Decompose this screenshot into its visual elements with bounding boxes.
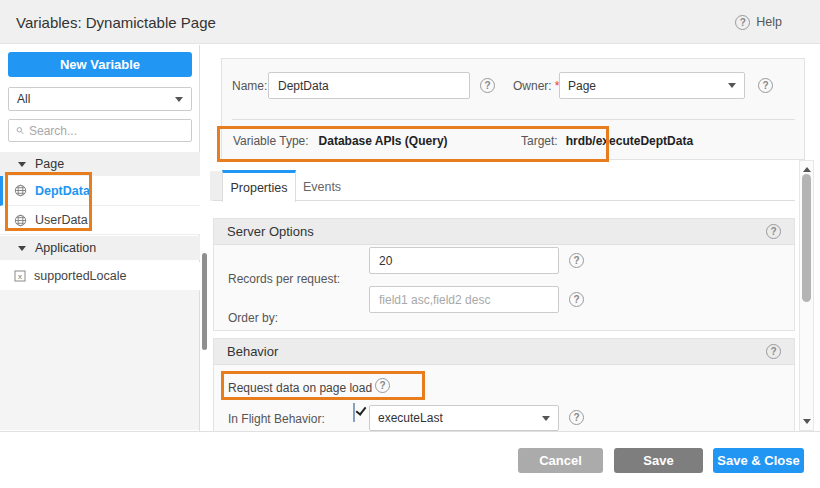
search-input[interactable] [29, 124, 184, 138]
owner-label: Owner: [513, 79, 552, 93]
page-title: Variables: Dynamictable Page [16, 0, 216, 44]
variable-type-value: Database APIs (Query) [319, 134, 448, 148]
owner-help-icon[interactable] [758, 78, 773, 93]
collapse-arrow-icon [18, 162, 26, 167]
records-per-request-input[interactable] [369, 247, 559, 274]
order-by-label: Order by: [228, 311, 278, 325]
sidebar-item-label: DeptData [35, 184, 90, 198]
tree-group-label: Application [35, 241, 96, 255]
behavior-help-icon[interactable] [766, 344, 781, 359]
variables-dialog: Variables: Dynamictable Page Help New Va… [0, 0, 820, 488]
records-per-request-label: Records per request: [228, 272, 340, 286]
tab-properties[interactable]: Properties [222, 170, 296, 202]
properties-scrollbar [799, 160, 814, 431]
sidebar-item-label: UserData [35, 213, 88, 227]
order-by-input[interactable] [369, 286, 559, 313]
save-button[interactable]: Save [614, 448, 703, 473]
caret-down-icon [542, 416, 550, 421]
service-variable-icon [14, 184, 27, 197]
target-row: Target: hrdb/executeDeptData [521, 131, 693, 151]
server-options-header: Server Options [214, 219, 794, 245]
scroll-up-icon[interactable] [803, 167, 811, 172]
model-variable-icon: x [14, 270, 26, 282]
server-options-section: Server Options Records per request: Orde… [213, 218, 795, 331]
owner-select-value: Page [568, 79, 596, 93]
in-flight-select[interactable]: executeLast [369, 405, 559, 431]
sidebar-item-label: supportedLocale [34, 269, 126, 283]
help-label: Help [756, 15, 782, 29]
footer-divider [0, 431, 820, 432]
owner-select[interactable]: Page [559, 72, 745, 99]
in-flight-label: In Flight Behavior: [228, 412, 325, 426]
tree-group-page[interactable]: Page [0, 152, 200, 176]
caret-down-icon [175, 97, 183, 102]
sidebar-item-deptdata[interactable]: DeptData [0, 176, 200, 206]
server-options-help-icon[interactable] [766, 224, 781, 239]
variables-sidebar: New Variable All Page DeptData [0, 45, 200, 431]
variable-type-label: Variable Type: [233, 134, 309, 148]
help-question-icon [735, 15, 750, 30]
server-options-title: Server Options [227, 224, 314, 239]
name-input[interactable] [268, 72, 470, 99]
target-value: hrdb/executeDeptData [566, 134, 693, 148]
save-and-close-button[interactable]: Save & Close [713, 448, 804, 473]
collapse-arrow-icon [18, 246, 26, 251]
help-button[interactable]: Help [735, 0, 782, 44]
request-on-load-help-icon[interactable] [375, 378, 390, 393]
in-flight-select-value: executeLast [378, 411, 443, 425]
records-help-icon[interactable] [569, 253, 584, 268]
in-flight-help-icon[interactable] [569, 410, 584, 425]
name-label: Name: [232, 79, 267, 93]
order-by-help-icon[interactable] [569, 292, 584, 307]
behavior-header: Behavior [214, 339, 794, 365]
cancel-button[interactable]: Cancel [518, 448, 603, 473]
tab-events[interactable]: Events [296, 173, 348, 200]
search-icon [16, 124, 24, 137]
variable-type-row: Variable Type: Database APIs (Query) [233, 131, 448, 151]
new-variable-button[interactable]: New Variable [8, 52, 192, 77]
behavior-section: Behavior Request data on page load In Fl… [213, 338, 795, 431]
request-on-load-label: Request data on page load [228, 381, 372, 395]
variable-filter-value: All [17, 92, 30, 106]
name-help-icon[interactable] [480, 78, 495, 93]
tree-group-label: Page [35, 157, 64, 171]
svg-text:x: x [18, 272, 22, 281]
scroll-down-icon[interactable] [803, 419, 811, 424]
caret-down-icon [728, 83, 736, 88]
sidebar-scrollbar-thumb[interactable] [202, 253, 207, 350]
target-label: Target: [521, 134, 558, 148]
properties-scrollbar-thumb[interactable] [802, 174, 811, 302]
search-box [8, 119, 192, 142]
sidebar-empty-area [0, 290, 199, 430]
form-divider [232, 119, 795, 120]
request-on-load-checkbox[interactable] [353, 403, 355, 422]
variable-filter-select[interactable]: All [8, 87, 192, 111]
tree-group-application[interactable]: Application [0, 236, 200, 260]
sidebar-item-supportedlocale[interactable]: x supportedLocale [0, 262, 200, 291]
sidebar-item-userdata[interactable]: UserData [0, 206, 200, 235]
service-variable-icon [14, 214, 27, 227]
owner-label-row: Owner: * [513, 72, 559, 99]
variable-summary-panel: Name: * Owner: * Page Variable Type: Dat… [221, 58, 805, 160]
behavior-title: Behavior [227, 344, 278, 359]
